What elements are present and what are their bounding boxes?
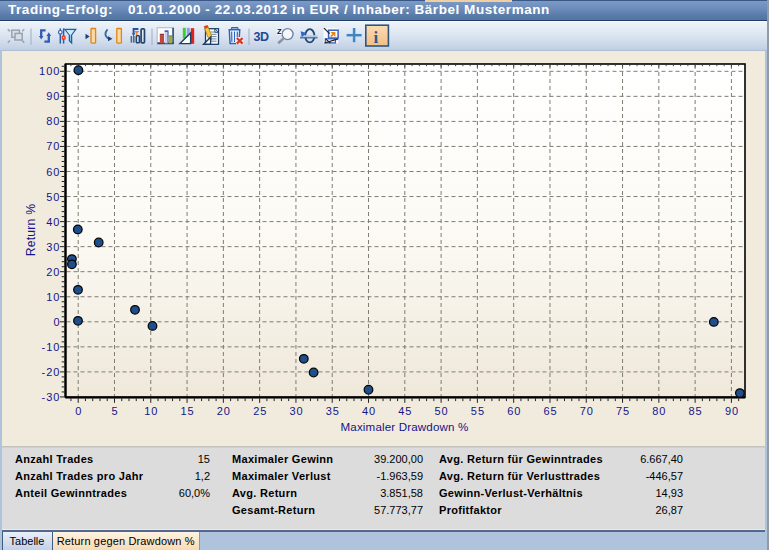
svg-text:3D: 3D — [254, 30, 269, 44]
svg-text:90: 90 — [725, 405, 739, 417]
svg-text:15: 15 — [181, 405, 195, 417]
svg-text:Maximaler Drawdown %: Maximaler Drawdown % — [341, 420, 469, 433]
svg-text:75: 75 — [616, 405, 630, 417]
svg-text:i: i — [374, 28, 379, 47]
svg-text:Z: Z — [277, 27, 282, 36]
svg-text:90: 90 — [46, 90, 60, 102]
svg-text:85: 85 — [689, 405, 703, 417]
svg-text:55: 55 — [471, 405, 485, 417]
svg-text:-20: -20 — [41, 366, 60, 378]
svg-text:20: 20 — [217, 405, 231, 417]
svg-text:65: 65 — [543, 405, 557, 417]
svg-text:35: 35 — [326, 405, 340, 417]
svg-text:20: 20 — [46, 266, 60, 278]
svg-text:25: 25 — [253, 405, 267, 417]
svg-text:10: 10 — [46, 291, 60, 303]
svg-text:60: 60 — [507, 405, 521, 417]
svg-text:Return %: Return % — [24, 204, 38, 256]
svg-text:45: 45 — [398, 405, 412, 417]
svg-text:50: 50 — [46, 191, 60, 203]
svg-text:40: 40 — [46, 216, 60, 228]
svg-text:0: 0 — [53, 316, 60, 328]
svg-text:40: 40 — [362, 405, 376, 417]
svg-text:60: 60 — [46, 166, 60, 178]
svg-text:100: 100 — [39, 65, 61, 77]
svg-text:70: 70 — [46, 140, 60, 152]
svg-text:0: 0 — [75, 405, 82, 417]
svg-text:80: 80 — [652, 405, 666, 417]
svg-text:80: 80 — [46, 115, 60, 127]
svg-text:70: 70 — [580, 405, 594, 417]
svg-text:-10: -10 — [41, 341, 60, 353]
svg-text:-30: -30 — [41, 391, 60, 403]
svg-text:30: 30 — [289, 405, 303, 417]
svg-text:10: 10 — [144, 405, 158, 417]
svg-text:30: 30 — [46, 241, 60, 253]
svg-text:5: 5 — [111, 405, 118, 417]
svg-text:50: 50 — [435, 405, 449, 417]
